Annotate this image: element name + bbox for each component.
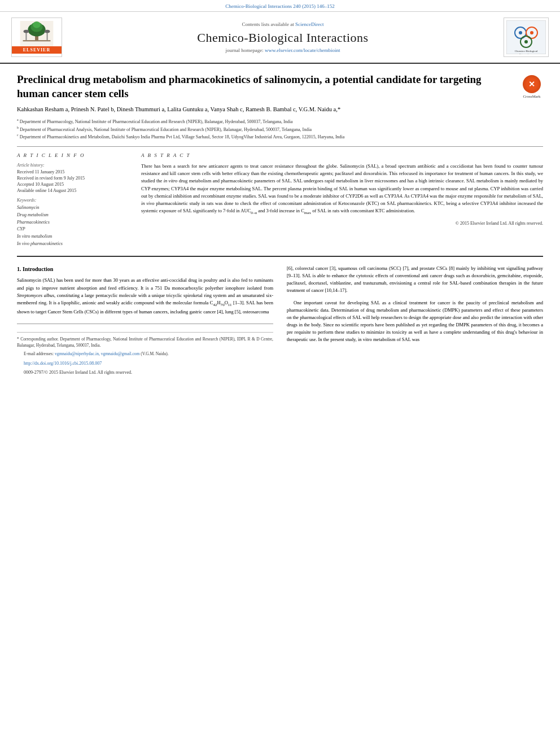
keyword-4: CYP — [17, 226, 130, 233]
journal-title-center: Contents lists available at ScienceDirec… — [68, 21, 498, 53]
article-content: Preclinical drug metabolism and pharmaco… — [0, 64, 560, 387]
science-direct-link[interactable]: ScienceDirect — [295, 21, 323, 27]
article-info-abstract-section: A R T I C L E I N F O Article history: R… — [17, 146, 543, 248]
keyword-1: Salinomycin — [17, 204, 130, 212]
keyword-6: In vivo pharmacokinetics — [17, 241, 130, 248]
body-two-column: 1. Introduction Salinomycin (SAL) has be… — [17, 265, 543, 379]
article-title: Preclinical drug metabolism and pharmaco… — [17, 73, 515, 101]
science-direct-line: Contents lists available at ScienceDirec… — [68, 21, 498, 27]
article-title-section: Preclinical drug metabolism and pharmaco… — [17, 73, 543, 101]
elsevier-logo-left: ELSEVIER — [11, 18, 62, 57]
journal-main-title: Chemico-Biological Interactions — [68, 30, 498, 45]
svg-point-5 — [33, 21, 41, 28]
date-received: Received 11 January 2015 — [17, 169, 130, 174]
keywords-list: Salinomycin Drug metabolism Pharmacokine… — [17, 204, 130, 248]
affiliation-b: b Department of Pharmaceutical Analysis,… — [17, 125, 543, 133]
doi-line: http://dx.doi.org/10.1016/j.cbi.2015.08.… — [17, 360, 273, 367]
authors-line: Kahkashan Resham a, Prinesh N. Patel b, … — [17, 105, 543, 114]
email-link-1[interactable]: vgmnaidu@niperhydac.in, — [55, 351, 100, 356]
intro-paragraph-1: Salinomycin (SAL) has been used for more… — [17, 277, 273, 315]
svg-point-15 — [530, 31, 533, 34]
body-right-column: [6], colorectal cancer [3], squamous cel… — [287, 265, 543, 379]
date-received-revised: Received in revised form 9 July 2015 — [17, 176, 130, 181]
journal-header: ELSEVIER Contents lists available at Sci… — [0, 12, 560, 64]
journal-citation-bar: Chemico-Biological Interactions 240 (201… — [0, 0, 560, 12]
right-col-paragraph-2: One important caveat for developing SAL … — [287, 299, 543, 344]
main-body: 1. Introduction Salinomycin (SAL) has be… — [17, 256, 543, 379]
svg-text:Interactions: Interactions — [519, 53, 533, 54]
corresponding-author-note: * Corresponding author. Department of Ph… — [17, 336, 273, 349]
crossmark-label: CrossMark — [523, 94, 540, 99]
article-info-header: A R T I C L E I N F O — [17, 152, 130, 158]
affiliation-c: c Department of Pharmacokinetics and Met… — [17, 133, 543, 141]
abstract-copyright: © 2015 Elsevier Ireland Ltd. All rights … — [141, 221, 543, 226]
body-left-column: 1. Introduction Salinomycin (SAL) has be… — [17, 265, 273, 379]
affiliations-section: a Department of Pharmacology, National I… — [17, 117, 543, 141]
article-info-column: A R T I C L E I N F O Article history: R… — [17, 152, 130, 248]
right-col-paragraph-1: [6], colorectal cancer [3], squamous cel… — [287, 265, 543, 295]
authors-text: Kahkashan Resham a, Prinesh N. Patel b, … — [17, 106, 340, 112]
email-link-2[interactable]: vgmnaidu@gmail.com — [101, 351, 140, 356]
svg-text:Chemico-Biological: Chemico-Biological — [515, 50, 538, 53]
svg-point-7 — [24, 30, 29, 33]
svg-rect-8 — [47, 32, 48, 41]
svg-point-16 — [524, 40, 528, 43]
keyword-3: Pharmacokinetics — [17, 219, 130, 226]
keywords-label: Keywords: — [17, 198, 130, 203]
history-label: Article history: — [17, 163, 130, 168]
svg-rect-1 — [23, 40, 51, 41]
article-dates: Received 11 January 2015 Received in rev… — [17, 169, 130, 193]
footnote-divider — [17, 332, 273, 333]
svg-rect-6 — [25, 32, 27, 41]
abstract-body: There has been a search for new anticanc… — [141, 163, 543, 216]
keyword-2: Drug metabolism — [17, 212, 130, 219]
intro-section-title: 1. Introduction — [17, 265, 273, 274]
elsevier-brand-label: ELSEVIER — [12, 46, 62, 54]
svg-rect-10 — [506, 20, 546, 54]
journal-homepage-line: journal homepage: www.elsevier.com/locat… — [68, 47, 498, 53]
footnotes-section: * Corresponding author. Department of Ph… — [17, 324, 273, 377]
journal-citation-text: Chemico-Biological Interactions 240 (201… — [225, 3, 334, 9]
abstract-header: A B S T R A C T — [141, 152, 543, 158]
copyright-line: 0009-2797/© 2015 Elsevier Ireland Ltd. A… — [17, 369, 273, 376]
date-available-online: Available online 14 August 2015 — [17, 188, 130, 193]
email-note: E-mail addresses: vgmnaidu@niperhydac.in… — [17, 351, 273, 357]
crossmark-icon: ✕ — [523, 75, 541, 93]
keyword-5: In vitro metabolism — [17, 233, 130, 241]
svg-point-14 — [519, 31, 522, 34]
svg-point-9 — [45, 30, 50, 33]
affiliation-a: a Department of Pharmacology, National I… — [17, 117, 543, 125]
abstract-column: A B S T R A C T There has been a search … — [141, 152, 543, 248]
elsevier-logo-right: Chemico-Biological Interactions — [504, 18, 549, 57]
date-accepted: Accepted 10 August 2015 — [17, 182, 130, 187]
doi-link[interactable]: http://dx.doi.org/10.1016/j.cbi.2015.08.… — [24, 361, 102, 366]
crossmark-badge: ✕ CrossMark — [520, 75, 543, 99]
journal-homepage-link[interactable]: www.elsevier.com/locate/chembioint — [265, 47, 340, 53]
